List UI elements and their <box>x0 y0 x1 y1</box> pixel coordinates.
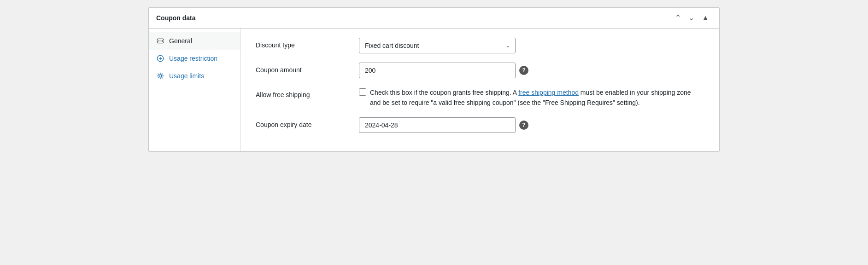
ticket-icon <box>156 37 164 45</box>
coupon-expiry-date-input[interactable] <box>359 117 516 133</box>
coupon-expiry-date-help-icon[interactable]: ? <box>519 121 528 130</box>
panel-title: Coupon data <box>156 14 196 22</box>
sidebar-item-usage-restriction-label: Usage restriction <box>169 55 217 62</box>
allow-free-shipping-checkbox[interactable] <box>359 88 366 96</box>
sidebar-item-usage-limits[interactable]: Usage limits <box>149 67 240 85</box>
coupon-expiry-date-control: ? <box>359 117 704 133</box>
coupon-amount-label: Coupon amount <box>256 63 348 74</box>
toggle-button[interactable]: ▲ <box>699 13 712 23</box>
coupon-amount-control: ? <box>359 63 704 78</box>
sidebar-item-usage-restriction[interactable]: Usage restriction <box>149 50 240 67</box>
allow-free-shipping-control: Check this box if the coupon grants free… <box>359 87 704 108</box>
free-shipping-description: Check this box if the coupon grants free… <box>370 87 692 108</box>
sidebar-item-general[interactable]: General <box>149 32 240 50</box>
panel-body: General Usage restriction <box>149 29 719 151</box>
coupon-amount-row: Coupon amount ? <box>256 63 704 78</box>
allow-free-shipping-label: Allow free shipping <box>256 87 348 98</box>
svg-line-8 <box>158 74 159 75</box>
header-controls: ⌃ ⌄ ▲ <box>672 13 712 23</box>
coupon-amount-help-icon[interactable]: ? <box>519 66 528 75</box>
sidebar-item-general-label: General <box>169 37 192 45</box>
crosshair-icon <box>156 72 164 80</box>
collapse-down-button[interactable]: ⌄ <box>686 13 697 23</box>
free-shipping-desc-before: Check this box if the coupon grants free… <box>370 89 518 96</box>
free-shipping-method-link[interactable]: free shipping method <box>518 89 579 96</box>
collapse-up-button[interactable]: ⌃ <box>672 13 684 23</box>
coupon-amount-input[interactable] <box>359 63 516 78</box>
sidebar: General Usage restriction <box>149 29 241 151</box>
main-content: Discount type Percentage discount Fixed … <box>241 29 719 151</box>
coupon-expiry-date-row: Coupon expiry date ? <box>256 117 704 133</box>
discount-type-select[interactable]: Percentage discount Fixed cart discount … <box>359 38 516 53</box>
discount-type-control: Percentage discount Fixed cart discount … <box>359 38 704 53</box>
discount-type-row: Discount type Percentage discount Fixed … <box>256 38 704 53</box>
svg-line-12 <box>158 77 159 78</box>
discount-type-label: Discount type <box>256 38 348 49</box>
svg-line-9 <box>162 77 163 78</box>
svg-line-13 <box>162 74 163 75</box>
discount-type-select-wrapper: Percentage discount Fixed cart discount … <box>359 38 516 53</box>
circle-check-icon <box>156 54 164 63</box>
free-shipping-checkbox-field: Check this box if the coupon grants free… <box>359 87 692 108</box>
allow-free-shipping-row: Allow free shipping Check this box if th… <box>256 87 704 108</box>
sidebar-item-usage-limits-label: Usage limits <box>169 72 204 80</box>
coupon-expiry-date-label: Coupon expiry date <box>256 117 348 128</box>
coupon-panel: Coupon data ⌃ ⌄ ▲ General <box>148 7 720 152</box>
svg-point-14 <box>159 75 161 77</box>
panel-header: Coupon data ⌃ ⌄ ▲ <box>149 8 719 29</box>
